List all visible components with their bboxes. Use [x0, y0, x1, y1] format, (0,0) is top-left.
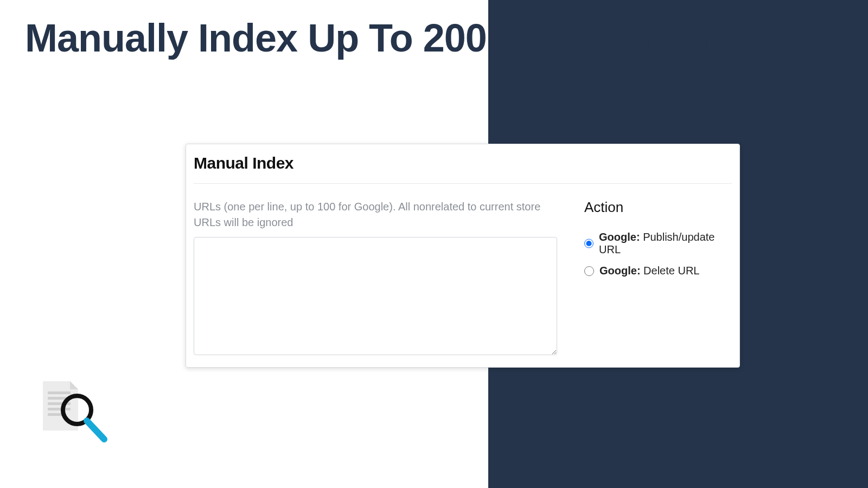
manual-index-card: Manual Index URLs (one per line, up to 1…	[186, 144, 740, 368]
page-headline: Manually Index Up To 200 Pages At Once	[25, 17, 764, 60]
svg-rect-0	[48, 391, 71, 394]
radio-delete-label: Google: Delete URL	[599, 265, 699, 277]
card-divider	[194, 183, 732, 184]
radio-publish-label: Google: Publish/update URL	[599, 231, 732, 256]
card-title: Manual Index	[194, 154, 732, 183]
radio-option-delete[interactable]: Google: Delete URL	[584, 265, 732, 277]
svg-rect-3	[48, 408, 71, 410]
urls-column: URLs (one per line, up to 100 for Google…	[194, 199, 557, 357]
card-body: URLs (one per line, up to 100 for Google…	[194, 199, 732, 357]
radio-option-publish[interactable]: Google: Publish/update URL	[584, 231, 732, 256]
radio-publish-input[interactable]	[584, 239, 593, 248]
action-column: Action Google: Publish/update URL Google…	[584, 199, 732, 357]
action-heading: Action	[584, 199, 732, 216]
urls-helper-text: URLs (one per line, up to 100 for Google…	[194, 199, 557, 230]
radio-delete-input[interactable]	[584, 266, 594, 276]
urls-textarea[interactable]	[194, 237, 557, 355]
svg-line-6	[87, 421, 104, 439]
document-search-icon	[40, 378, 111, 449]
